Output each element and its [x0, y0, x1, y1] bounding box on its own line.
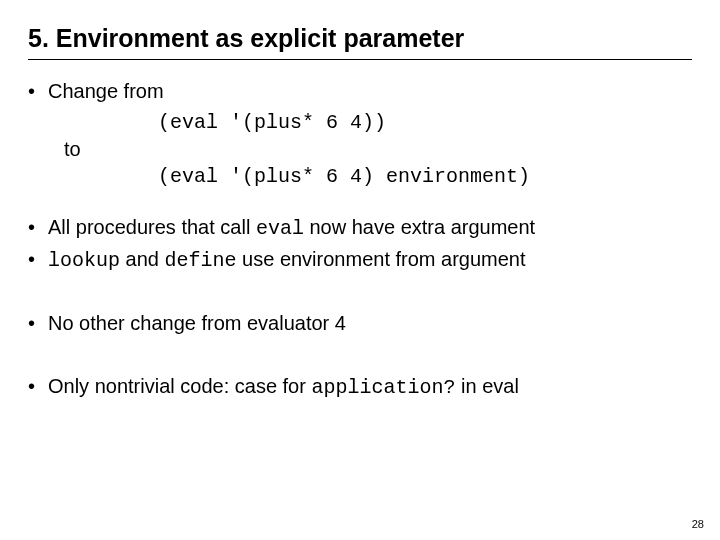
bullet-change-from: • Change from	[28, 78, 692, 105]
slide-body: • Change from (eval '(plus* 6 4)) to (ev…	[28, 78, 692, 401]
code-lookup: lookup	[48, 249, 120, 272]
bullet-text: Only nontrivial code: case for applicati…	[48, 373, 692, 401]
bullet-text: Change from	[48, 78, 692, 105]
text-fragment: in eval	[456, 375, 519, 397]
bullet-dot: •	[28, 78, 48, 105]
bullet-no-other-change: • No other change from evaluator 4	[28, 310, 692, 337]
bullet-dot: •	[28, 310, 48, 337]
bullet-text: lookup and define use environment from a…	[48, 246, 692, 274]
bullet-dot: •	[28, 246, 48, 274]
bullet-text: All procedures that call eval now have e…	[48, 214, 692, 242]
code-application: application?	[311, 376, 455, 399]
code-line-after: (eval '(plus* 6 4) environment)	[158, 163, 692, 190]
text-fragment: now have extra argument	[304, 216, 535, 238]
bullet-nontrivial-code: • Only nontrivial code: case for applica…	[28, 373, 692, 401]
text-fragment: and	[120, 248, 164, 270]
text-fragment: All procedures that call	[48, 216, 256, 238]
bullet-text: No other change from evaluator 4	[48, 310, 692, 337]
slide: 5. Environment as explicit parameter • C…	[0, 0, 720, 540]
to-label: to	[64, 136, 692, 163]
bullet-dot: •	[28, 373, 48, 401]
text-fragment: Only nontrivial code: case for	[48, 375, 311, 397]
text-fragment: use environment from argument	[237, 248, 526, 270]
slide-title: 5. Environment as explicit parameter	[28, 24, 692, 53]
code-line-before: (eval '(plus* 6 4))	[158, 109, 692, 136]
code-eval: eval	[256, 217, 304, 240]
bullet-dot: •	[28, 214, 48, 242]
bullet-all-procedures: • All procedures that call eval now have…	[28, 214, 692, 242]
code-define: define	[165, 249, 237, 272]
page-number: 28	[692, 518, 704, 530]
title-rule	[28, 59, 692, 60]
bullet-lookup-define: • lookup and define use environment from…	[28, 246, 692, 274]
